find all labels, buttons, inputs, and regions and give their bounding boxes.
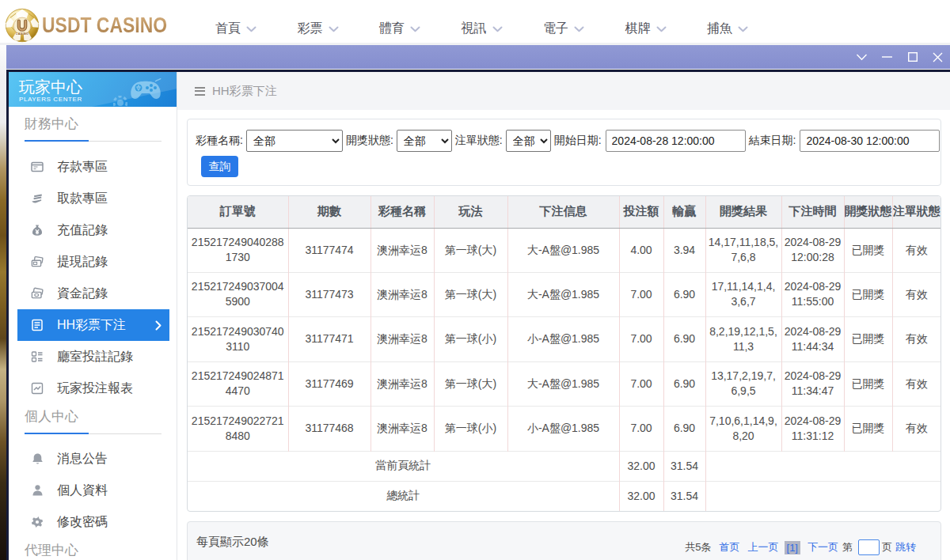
first-page-link[interactable]: 首页: [720, 540, 740, 554]
section-title-personal: 個人中心: [25, 407, 177, 426]
lottery-name-select[interactable]: 全部: [246, 130, 343, 152]
section-underline: [25, 433, 162, 434]
sidebar-item-deposit[interactable]: 存款專區: [17, 151, 169, 183]
nav-item-lottery[interactable]: 彩票: [298, 0, 380, 43]
window-minimize-button[interactable]: [881, 51, 893, 63]
window-titlebar[interactable]: [6, 45, 950, 69]
draw-status-label: 開獎狀態:: [346, 134, 393, 148]
end-date-label: 結束日期:: [749, 134, 796, 148]
sidebar-item-announcements[interactable]: 消息公告: [17, 443, 169, 475]
sidebar-title: 玩家中心: [19, 72, 177, 95]
brand-wordmark: USDT CASINO: [42, 13, 167, 38]
coin-logo-icon: CASINO: [5, 8, 40, 43]
jump-label-suffix: 页: [882, 540, 892, 554]
page-jump-input[interactable]: [858, 539, 880, 555]
sidebar-subtitle: PLAYERS CENTER: [19, 96, 177, 103]
chevron-down-icon: [656, 26, 667, 32]
window-close-button[interactable]: [932, 51, 944, 63]
chevron-down-icon: [329, 26, 339, 32]
wallet-icon: [31, 255, 44, 268]
report-chart-icon: [31, 382, 44, 395]
window-maximize-button[interactable]: [906, 51, 918, 63]
sidebar-item-fund-records[interactable]: 資金記錄: [17, 278, 169, 309]
hamburger-icon[interactable]: [195, 87, 205, 96]
sidebar-item-topup-records[interactable]: 充值記錄: [17, 214, 169, 246]
search-button[interactable]: 查詢: [201, 156, 238, 177]
next-page-link[interactable]: 下一页: [808, 540, 838, 554]
table-row: 2152172490248714470 31177469 澳洲幸运8 第一球(大…: [188, 361, 940, 406]
pagination-bar: 每頁顯示20條 共5条 首页 上一页 [1] 下一页 第 页 跳转: [187, 521, 941, 560]
money-bag-icon: [31, 224, 44, 236]
nav-item-fishing[interactable]: 捕魚: [707, 0, 789, 43]
chevron-down-icon: [410, 26, 420, 32]
jump-label-prefix: 第: [842, 540, 853, 554]
deposit-card-icon: [31, 161, 44, 173]
chevron-down-icon: [574, 26, 584, 32]
total-summary-row: 總統計 32.00 31.54: [188, 481, 940, 511]
current-page-badge[interactable]: [1]: [785, 541, 800, 554]
sidebar-item-change-password[interactable]: 修改密碼: [17, 506, 169, 538]
player-center-window: 玩家中心 PLAYERS CENTER 財務中心 存款專區 取款專區: [6, 45, 950, 560]
banknotes-icon: [31, 287, 44, 300]
person-icon: [31, 484, 44, 497]
page-title: HH彩票下注: [212, 84, 277, 99]
section-title-finance: 財務中心: [25, 115, 177, 133]
main-panel: HH彩票下注 彩種名稱: 全部 開獎狀態: 全部 注單狀態: 全部 開始日期: …: [177, 72, 950, 560]
lottery-name-label: 彩種名稱:: [196, 134, 243, 148]
bet-list-icon: [31, 319, 44, 331]
order-status-select[interactable]: 全部: [506, 130, 551, 152]
bell-icon: [31, 452, 44, 465]
chevron-down-icon: [738, 26, 748, 32]
nav-item-home[interactable]: 首頁: [215, 0, 298, 43]
end-date-input[interactable]: [800, 130, 940, 152]
sidebar: 玩家中心 PLAYERS CENTER 財務中心 存款專區 取款專區: [9, 72, 177, 560]
nav-item-sports[interactable]: 體育: [379, 0, 462, 43]
total-count-text: 共5条: [685, 540, 711, 554]
window-collapse-button[interactable]: [856, 51, 868, 63]
main-menu: 首頁 彩票 體育 視訊 電子 棋牌 捕魚: [215, 0, 789, 43]
bets-table: 訂單號 期數 彩種名稱 玩法 下注信息 投注額 輸贏 開獎結果 下注時間 開獎狀…: [188, 196, 940, 511]
nav-item-slots[interactable]: 電子: [543, 0, 625, 43]
breadcrumb: HH彩票下注: [177, 72, 950, 110]
page-summary-row: 當前頁統計 32.00 31.54: [188, 451, 940, 481]
chevron-down-icon: [246, 26, 256, 32]
top-navbar: CASINO USDT CASINO 首頁 彩票 體育 視訊 電子 棋牌: [0, 0, 950, 43]
table-row: 2152172490227218480 31177468 澳洲幸运8 第一球(小…: [188, 406, 940, 451]
sidebar-item-player-bet-report[interactable]: 玩家投注報表: [17, 373, 169, 404]
sidebar-item-room-bet-records[interactable]: 廳室投註記錄: [17, 341, 169, 373]
gear-icon: [31, 516, 44, 528]
sidebar-item-hh-lottery-bets[interactable]: HH彩票下注: [17, 309, 169, 341]
sidebar-header: 玩家中心 PLAYERS CENTER: [9, 72, 177, 107]
start-date-label: 開始日期:: [554, 134, 602, 148]
chevron-down-icon: [492, 26, 503, 32]
jump-link[interactable]: 跳转: [895, 540, 916, 554]
svg-text:CASINO: CASINO: [16, 32, 28, 36]
chevron-right-icon: [155, 320, 162, 334]
nav-item-live[interactable]: 視訊: [462, 0, 544, 43]
table-row: 2152172490370045900 31177473 澳洲幸运8 第一球(大…: [188, 272, 940, 316]
draw-status-select[interactable]: 全部: [397, 130, 452, 152]
order-status-label: 注單狀態:: [455, 134, 503, 148]
prev-page-link[interactable]: 上一页: [748, 540, 779, 554]
room-records-icon: [31, 350, 44, 363]
pager: 共5条 首页 上一页 [1] 下一页 第 页 跳转: [685, 539, 916, 555]
section-title-agent: 代理中心: [25, 541, 177, 559]
filter-panel: 彩種名稱: 全部 開獎狀態: 全部 注單狀態: 全部 開始日期: 結束日期: 查…: [187, 119, 941, 186]
table-row: 2152172490402881730 31177474 澳洲幸运8 第一球(大…: [188, 228, 940, 272]
nav-item-cards[interactable]: 棋牌: [625, 0, 708, 43]
sidebar-item-withdraw[interactable]: 取款專區: [17, 183, 169, 214]
table-row: 2152172490307403110 31177471 澳洲幸运8 第一球(小…: [188, 316, 940, 361]
bets-table-card: 訂單號 期數 彩種名稱 玩法 下注信息 投注額 輸贏 開獎結果 下注時間 開獎狀…: [187, 195, 941, 512]
sidebar-item-withdraw-records[interactable]: 提現記錄: [17, 246, 169, 278]
withdraw-hand-icon: [31, 192, 44, 205]
start-date-input[interactable]: [606, 130, 746, 152]
table-header-row: 訂單號 期數 彩種名稱 玩法 下注信息 投注額 輸贏 開獎結果 下注時間 開獎狀…: [188, 196, 940, 228]
section-underline: [25, 141, 162, 142]
brand-logo[interactable]: CASINO USDT CASINO: [5, 8, 189, 43]
sidebar-item-profile[interactable]: 個人資料: [17, 475, 169, 506]
page-size-text: 每頁顯示20條: [196, 535, 269, 548]
